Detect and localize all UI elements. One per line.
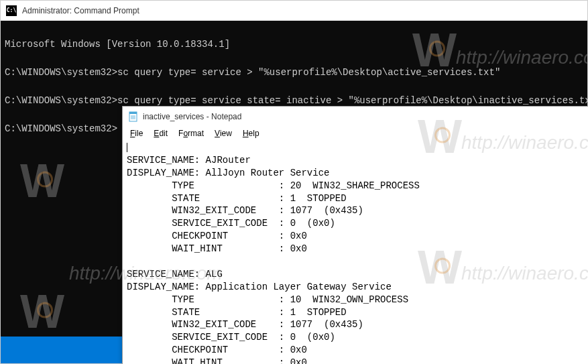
notepad-body[interactable]: SERVICE_NAME: AJRouter DISPLAY_NAME: All… bbox=[123, 140, 588, 364]
cmd-line: Microsoft Windows [Version 10.0.18334.1] bbox=[5, 39, 230, 50]
cmd-icon: C:\ bbox=[6, 5, 17, 16]
menu-help[interactable]: Help bbox=[238, 128, 264, 139]
text-line: SERVICE_NAME: ALG bbox=[127, 269, 223, 280]
cmd-prompt: C:\WINDOWS\system32> bbox=[5, 123, 117, 134]
text-line: WIN32_EXIT_CODE : 1077 (0x435) bbox=[127, 205, 363, 216]
text-line: TYPE : 10 WIN32_OWN_PROCESS bbox=[127, 294, 408, 305]
cmd-title: Administrator: Command Prompt bbox=[22, 6, 139, 15]
notepad-menubar: File Edit Format View Help bbox=[123, 127, 588, 140]
notepad-window: inactive_services - Notepad File Edit Fo… bbox=[122, 106, 588, 364]
text-line: TYPE : 20 WIN32_SHARE_PROCESS bbox=[127, 180, 420, 191]
text-cursor bbox=[127, 143, 127, 152]
notepad-icon bbox=[128, 111, 139, 122]
menu-format[interactable]: Format bbox=[174, 128, 209, 139]
cmd-line: C:\WINDOWS\system32>sc query type= servi… bbox=[5, 95, 588, 106]
cmd-titlebar[interactable]: C:\ Administrator: Command Prompt bbox=[1, 1, 587, 21]
text-line: CHECKPOINT : 0x0 bbox=[127, 231, 307, 241]
menu-edit[interactable]: Edit bbox=[149, 128, 172, 139]
text-line: WAIT_HINT : 0x0 bbox=[127, 357, 307, 364]
menu-view[interactable]: View bbox=[210, 128, 237, 139]
menu-file[interactable]: File bbox=[125, 128, 148, 139]
text-line: STATE : 1 STOPPED bbox=[127, 307, 347, 318]
text-line: SERVICE_EXIT_CODE : 0 (0x0) bbox=[127, 332, 335, 343]
text-line: DISPLAY_NAME: Application Layer Gateway … bbox=[127, 282, 392, 292]
text-line: WIN32_EXIT_CODE : 1077 (0x435) bbox=[127, 319, 363, 330]
text-line: WAIT_HINT : 0x0 bbox=[127, 243, 307, 254]
text-line: CHECKPOINT : 0x0 bbox=[127, 345, 307, 355]
notepad-titlebar[interactable]: inactive_services - Notepad bbox=[123, 107, 588, 127]
text-line: SERVICE_EXIT_CODE : 0 (0x0) bbox=[127, 218, 335, 229]
taskbar-strip[interactable] bbox=[1, 337, 123, 363]
text-line: STATE : 1 STOPPED bbox=[127, 193, 347, 204]
svg-rect-1 bbox=[129, 112, 137, 114]
notepad-title: inactive_services - Notepad bbox=[143, 112, 241, 121]
text-line: SERVICE_NAME: AJRouter bbox=[127, 155, 251, 166]
text-line: DISPLAY_NAME: AllJoyn Router Service bbox=[127, 168, 329, 178]
cmd-line: C:\WINDOWS\system32>sc query type= servi… bbox=[5, 67, 500, 78]
